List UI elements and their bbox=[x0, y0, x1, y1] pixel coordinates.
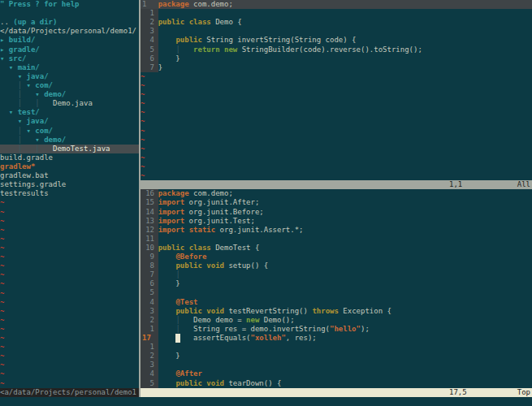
code-line[interactable]: 1 bbox=[141, 9, 532, 18]
tree-item-main[interactable]: ▾ main/ bbox=[0, 63, 139, 72]
code-line[interactable]: 4 @Test bbox=[141, 298, 532, 307]
line-number: 1 bbox=[141, 9, 154, 18]
text-token: setup() { bbox=[224, 261, 268, 270]
code-line[interactable]: 3 bbox=[141, 361, 532, 369]
code-line[interactable]: 5 public void tearDown() { bbox=[141, 379, 532, 388]
scroll-indicator: All bbox=[517, 180, 530, 189]
tree-item[interactable]: .. (up a dir) bbox=[0, 18, 139, 27]
text-token bbox=[158, 45, 176, 54]
code-line[interactable]: 4 public String invertString(String code… bbox=[141, 36, 532, 45]
code-line[interactable]: 3 bbox=[141, 27, 532, 36]
text-token: tearDown() { bbox=[224, 379, 281, 387]
empty-line-marker: ~ bbox=[0, 198, 139, 207]
code-line[interactable]: 5 bbox=[141, 288, 532, 297]
indent-guide: │ bbox=[0, 90, 35, 98]
tree-item-gradlew.bat[interactable]: gradlew.bat bbox=[0, 171, 139, 180]
tree-item[interactable] bbox=[0, 9, 139, 18]
code-line[interactable]: 10public class DemoTest { bbox=[141, 244, 532, 253]
code-line[interactable]: 3 public void testRevertString() throws … bbox=[141, 307, 532, 316]
tree-item-Demo.java[interactable]: │ │ Demo.java bbox=[0, 99, 139, 108]
tree-item-DemoTest.java[interactable]: │ │ DemoTest.java bbox=[0, 145, 139, 153]
nerdtree-panel[interactable]: " Press ? for help.. (up a dir)</data/Pr… bbox=[0, 0, 139, 397]
editor-window-demotest-java[interactable]: 16package com.demo;15import org.junit.Af… bbox=[141, 189, 532, 387]
text-token bbox=[158, 369, 176, 378]
tilde-icon: ~ bbox=[0, 369, 4, 378]
tree-item[interactable]: </data/Projects/personal/demo1/ bbox=[0, 27, 139, 36]
indent-guide: │ bbox=[0, 81, 27, 89]
code-line[interactable]: 11 bbox=[141, 235, 532, 244]
tilde-icon: ~ bbox=[0, 198, 4, 206]
code-line[interactable]: 5 │ return new StringBuilder(code).rever… bbox=[141, 45, 532, 54]
code-line[interactable]: 16package com.demo; bbox=[141, 189, 532, 198]
tilde-icon: ~ bbox=[0, 279, 4, 287]
tree-item-build[interactable]: ▸ build/ bbox=[0, 36, 139, 45]
tilde-icon: ~ bbox=[0, 244, 4, 252]
code-line[interactable]: 6 } bbox=[141, 279, 532, 288]
tree-item-gradle[interactable]: ▸ gradle/ bbox=[0, 45, 139, 54]
text-token bbox=[158, 36, 176, 44]
text-token bbox=[158, 253, 176, 261]
text-token: @Test bbox=[175, 298, 197, 306]
text-token: com.demo; bbox=[189, 0, 233, 8]
code-line[interactable]: 17 assertEquals("xolleh", res); bbox=[141, 334, 532, 343]
tree-item-com-test[interactable]: │ ▾ com/ bbox=[0, 127, 139, 136]
line-number: 5 bbox=[141, 45, 154, 54]
tilde-icon: ~ bbox=[0, 270, 4, 279]
tree-item-settings.gradle[interactable]: settings.gradle bbox=[0, 180, 139, 189]
code-line[interactable]: 15import org.junit.After; bbox=[141, 198, 532, 207]
code-line[interactable]: 1package com.demo; bbox=[141, 0, 532, 9]
code-line[interactable]: 1 bbox=[141, 343, 532, 352]
tree-item-testresults[interactable]: testresults bbox=[0, 189, 139, 198]
text-token: assertEquals( bbox=[180, 334, 251, 342]
code-line[interactable]: 4 @After bbox=[141, 369, 532, 378]
tilde-icon: ~ bbox=[0, 361, 4, 369]
text-token bbox=[180, 45, 193, 54]
tree-item-demo-test[interactable]: │ ▾ demo/ bbox=[0, 136, 139, 145]
line-number-cell: 5 bbox=[141, 288, 158, 297]
code-line[interactable]: 2 │ Demo demo = new Demo(); bbox=[141, 316, 532, 325]
tree-item-java-test[interactable]: ▾ java/ bbox=[0, 117, 139, 126]
tree-item-java[interactable]: ▾ java/ bbox=[0, 72, 139, 81]
code-line[interactable]: 8 public void setup() { bbox=[141, 261, 532, 270]
code-line[interactable]: 13import org.junit.Test; bbox=[141, 217, 532, 226]
code-line[interactable]: 12import static org.junit.Assert.*; bbox=[141, 226, 532, 235]
statusline-demo-java[interactable]: src/main/java/com/demo/Demo.java 1,1 All bbox=[141, 180, 532, 189]
tilde-icon: ~ bbox=[141, 127, 145, 135]
empty-line-marker: ~ bbox=[0, 208, 139, 217]
vim-terminal: " Press ? for help.. (up a dir)</data/Pr… bbox=[0, 0, 532, 406]
text-token: } bbox=[158, 63, 162, 71]
line-number-cell: 13 bbox=[141, 217, 158, 226]
text-token: import bbox=[158, 226, 185, 234]
tree-item-build.gradle[interactable]: build.gradle bbox=[0, 153, 139, 162]
editor-window-demo-java[interactable]: 1package com.demo;12public class Demo {3… bbox=[141, 0, 532, 180]
empty-line-marker: ~ bbox=[141, 108, 532, 117]
empty-line-marker: ~ bbox=[0, 261, 139, 270]
text-token: public bbox=[175, 261, 202, 270]
tree-item-src[interactable]: ▾ src/ bbox=[0, 54, 139, 63]
text-token bbox=[158, 316, 176, 324]
code-line[interactable]: 2 } bbox=[141, 352, 532, 361]
code-line[interactable]: 2public class Demo { bbox=[141, 18, 532, 27]
code-line[interactable]: 14import org.junit.Before; bbox=[141, 208, 532, 217]
code-line[interactable]: 7} bbox=[141, 63, 532, 72]
code-line[interactable]: 6 } bbox=[141, 54, 532, 63]
line-number-cell: 10 bbox=[141, 244, 158, 253]
tree-item-gradlew[interactable]: gradlew* bbox=[0, 162, 139, 171]
text-token bbox=[158, 334, 176, 342]
text-token: package bbox=[158, 189, 189, 197]
empty-line-marker: ~ bbox=[0, 217, 139, 226]
statusline-demotest-java[interactable]: src/test/java/com/demo/DemoTest.java 17,… bbox=[141, 388, 532, 397]
indent-guide: │ bbox=[0, 127, 27, 135]
tree-item[interactable]: " Press ? for help bbox=[0, 0, 139, 9]
tree-item-com[interactable]: │ ▾ com/ bbox=[0, 81, 139, 90]
tilde-icon: ~ bbox=[0, 253, 4, 261]
code-line[interactable]: 1 │ String res = demo.invertString("hell… bbox=[141, 325, 532, 334]
code-line[interactable]: 7 │ bbox=[141, 270, 532, 279]
text-token: throws bbox=[312, 307, 339, 315]
line-number-cell: 15 bbox=[141, 198, 158, 207]
line-number: 3 bbox=[141, 307, 154, 316]
text-token: gradlew* bbox=[0, 162, 35, 171]
tree-item-test[interactable]: ▾ test/ bbox=[0, 108, 139, 117]
tree-item-demo[interactable]: │ ▾ demo/ bbox=[0, 90, 139, 99]
code-line[interactable]: 9 @Before bbox=[141, 253, 532, 261]
